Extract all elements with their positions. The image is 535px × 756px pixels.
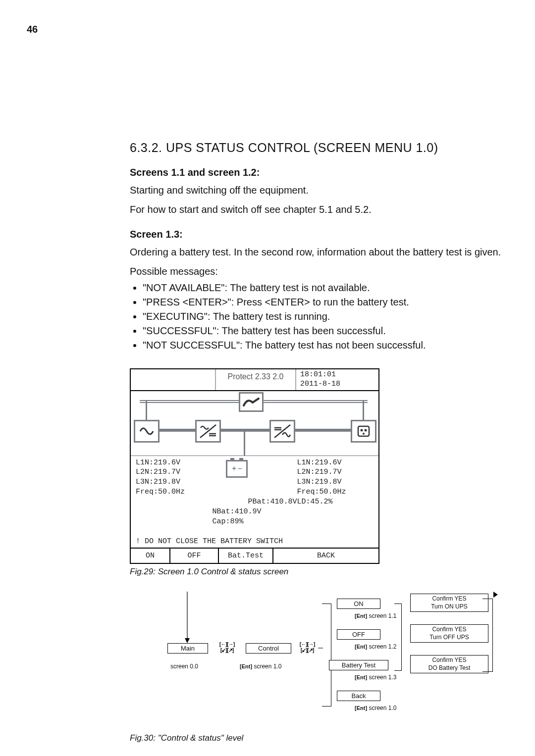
body-para: Starting and switching off the equipment… xyxy=(130,183,509,198)
node-main: Main xyxy=(167,643,208,654)
lcd-model-title: Protect 2.33 2.0 xyxy=(215,369,295,390)
node-back-sub: [Ent] screen 1.0 xyxy=(355,705,396,711)
down-arrow-icon xyxy=(184,592,191,644)
svg-marker-11 xyxy=(185,638,190,643)
message-item: "EXECUTING": The battery test is running… xyxy=(143,309,509,324)
input-sine-icon xyxy=(134,420,160,443)
node-back: Back xyxy=(337,691,380,701)
node-battery-test: Battery Test xyxy=(329,660,388,670)
subheading-screens-1-1-1-2: Screens 1.1 and screen 1.2: xyxy=(130,167,509,178)
lcd-date: 2011-8-18 xyxy=(300,380,374,389)
figure-29-caption: Fig.29: Screen 1.0 Control & status scre… xyxy=(130,567,509,577)
figure-30-caption: Fig.30: "Control & status" level xyxy=(130,733,509,743)
menu-on[interactable]: ON xyxy=(131,549,170,563)
nav-arrows-icon: [←][→] [↙][↗] xyxy=(296,641,318,654)
menu-off[interactable]: OFF xyxy=(170,549,219,563)
inverter-icon xyxy=(269,420,295,443)
output-plug-icon xyxy=(351,420,376,443)
node-confirm-off: Confirm YES Turn OFF UPS xyxy=(410,624,488,643)
bracket-icon xyxy=(394,604,402,671)
body-para: For how to start and switch off see chap… xyxy=(130,202,509,217)
svg-point-7 xyxy=(361,429,363,431)
figure-29-lcd-screen: Protect 2.33 2.0 18:01:01 2011-8-18 xyxy=(130,368,379,564)
message-item: "NOT SUCCESSFUL": The battery test has n… xyxy=(143,338,509,353)
node-on-sub: [Ent] screen 1.1 xyxy=(355,612,396,619)
lcd-warning-line: ! DO NOT CLOSE THE BATTERY SWITCH xyxy=(131,537,378,549)
svg-point-9 xyxy=(363,433,365,435)
lcd-menubar: ON OFF Bat.Test BACK xyxy=(131,549,378,563)
lcd-center-column: + – PBat:410.8V NBat:410.9V Cap:89% xyxy=(212,458,297,537)
svg-point-8 xyxy=(365,429,367,431)
body-para: Possible messages: xyxy=(130,264,509,279)
lcd-left-column: L1N:219.6V L2N:219.7V L3N:219.8V Freq:50… xyxy=(136,458,212,537)
lcd-datetime: 18:01:01 2011-8-18 xyxy=(295,369,378,390)
node-confirm-on: Confirm YES Turn ON UPS xyxy=(410,594,488,612)
section-title: 6.3.2. UPS STATUS CONTROL (SCREEN MENU 1… xyxy=(130,141,509,155)
node-on: ON xyxy=(337,599,380,609)
nav-arrows-icon: [←][→] [↙][↗] xyxy=(216,641,238,654)
menu-back[interactable]: BACK xyxy=(273,549,378,563)
switch-icon xyxy=(239,392,264,412)
lcd-right-column: L1N:219.6V L2N:219.7V L3N:219.8V Freq:50… xyxy=(297,458,374,537)
figure-30-flowchart: Main screen 0.0 [←][→] [↙][↗] Control [E… xyxy=(158,592,514,730)
lcd-time: 18:01:01 xyxy=(300,370,374,380)
node-battery-test-sub: [Ent] screen 1.3 xyxy=(355,674,396,681)
node-off-sub: [Ent] screen 1.2 xyxy=(355,643,396,650)
node-control-sub: [Ent] screen 1.0 xyxy=(240,663,281,670)
battery-icon: + – xyxy=(226,460,248,478)
menu-bat-test[interactable]: Bat.Test xyxy=(219,549,273,563)
subheading-screen-1-3: Screen 1.3: xyxy=(130,229,509,240)
message-item: "SUCCESSFUL": The battery test has been … xyxy=(143,324,509,338)
message-list: "NOT AVAILABLE": The battery test is not… xyxy=(130,281,509,353)
message-item: "NOT AVAILABLE": The battery test is not… xyxy=(143,281,509,295)
lcd-schematic xyxy=(131,391,378,456)
node-main-sub: screen 0.0 xyxy=(170,663,198,670)
node-off: OFF xyxy=(337,629,380,640)
bracket-icon xyxy=(322,604,331,706)
rectifier-icon xyxy=(195,420,221,443)
body-para: Ordering a battery test. In the second r… xyxy=(130,245,509,259)
page-number: 46 xyxy=(27,24,38,35)
message-item: "PRESS <ENTER>": Press <ENTER> to run th… xyxy=(143,295,509,309)
node-control: Control xyxy=(246,643,291,654)
page: 46 6.3.2. UPS STATUS CONTROL (SCREEN MEN… xyxy=(0,0,535,756)
bracket-icon xyxy=(482,599,493,672)
node-confirm-battery: Confirm YES DO Battery Test xyxy=(410,655,488,673)
cursor-icon xyxy=(493,592,498,598)
